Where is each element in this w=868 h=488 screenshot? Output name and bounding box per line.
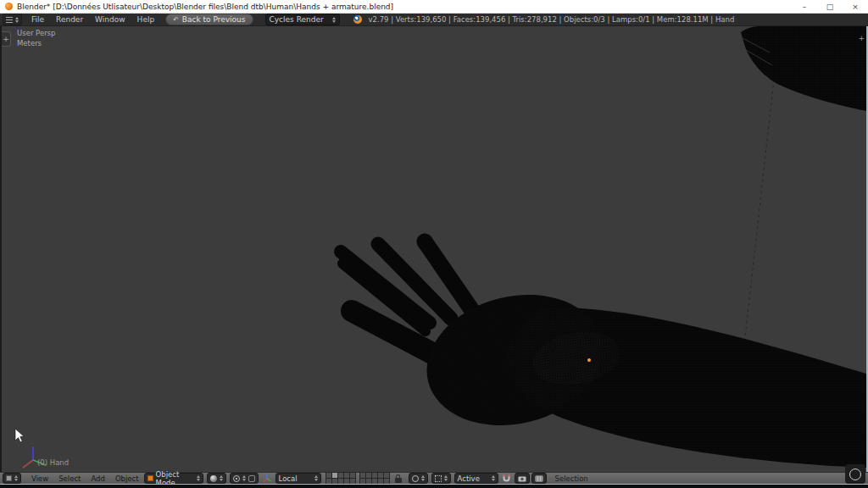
blender-window: Blender* [D:\Données Utlisateur\Desktop\… bbox=[0, 0, 868, 488]
lock-camera-icon[interactable] bbox=[395, 478, 402, 483]
mouse-cursor bbox=[15, 429, 24, 442]
window-controls: – □ × bbox=[792, 0, 868, 13]
toolshelf-expand-tab[interactable]: + bbox=[2, 31, 11, 47]
pivot-point-icon bbox=[233, 475, 240, 482]
pivot-point-select[interactable] bbox=[230, 473, 259, 484]
back-arrow-icon: ↶ bbox=[173, 16, 179, 24]
updown-arrows-icon bbox=[14, 475, 18, 481]
menu-file[interactable]: File bbox=[25, 15, 50, 24]
render-engine-select[interactable]: Cycles Render bbox=[265, 14, 340, 25]
blender-app-icon bbox=[5, 3, 13, 10]
back-button-label: Back to Previous bbox=[182, 15, 246, 24]
editor-type-selector[interactable] bbox=[3, 473, 21, 484]
viewport-header: View Select Add Object Object Mode Local bbox=[0, 472, 868, 484]
snap-element-icon bbox=[435, 475, 442, 482]
shading-sphere-icon bbox=[210, 475, 217, 482]
menu-render[interactable]: Render bbox=[50, 15, 89, 24]
updown-arrows-icon bbox=[444, 475, 448, 481]
menu-view[interactable]: View bbox=[26, 474, 53, 483]
axis-x bbox=[23, 460, 33, 468]
snap-target-value: Active bbox=[458, 474, 489, 483]
selection-label: Selection bbox=[555, 474, 588, 483]
clapper-icon bbox=[535, 475, 543, 482]
viewport-shading-select[interactable] bbox=[207, 473, 226, 484]
view3d-editor-icon bbox=[6, 475, 12, 481]
mini-axis-gizmo bbox=[23, 446, 46, 468]
editor-type-selector[interactable] bbox=[3, 14, 22, 25]
proportional-edit-icon bbox=[412, 475, 419, 482]
maximize-button[interactable]: □ bbox=[817, 0, 843, 13]
menu-object[interactable]: Object bbox=[110, 474, 144, 483]
menu-help[interactable]: Help bbox=[131, 15, 161, 24]
back-to-previous-button[interactable]: ↶ Back to Previous bbox=[165, 14, 253, 25]
viewport-canvas[interactable] bbox=[2, 26, 866, 472]
close-button[interactable]: × bbox=[843, 0, 868, 13]
opengl-render-anim-button[interactable] bbox=[531, 473, 547, 484]
hand-mesh-top-right bbox=[741, 26, 866, 111]
snap-element-select[interactable] bbox=[431, 473, 451, 484]
updown-arrows-icon bbox=[332, 17, 336, 23]
updown-arrows-icon bbox=[15, 17, 19, 23]
hand-mesh-main bbox=[341, 241, 866, 468]
window-title: Blender* [D:\Données Utlisateur\Desktop\… bbox=[17, 3, 393, 11]
layer-grid bbox=[326, 473, 390, 485]
object-origin-dot bbox=[587, 358, 591, 362]
axis-y bbox=[33, 460, 46, 465]
circle-icon bbox=[849, 469, 861, 480]
minimize-button[interactable]: – bbox=[792, 0, 817, 13]
pivot-align-icon bbox=[248, 475, 255, 482]
view-rotate-indicator bbox=[845, 464, 865, 484]
updown-arrows-icon bbox=[421, 475, 425, 481]
title-bar: Blender* [D:\Données Utlisateur\Desktop\… bbox=[0, 0, 868, 14]
updown-arrows-icon bbox=[492, 475, 495, 481]
engine-select-value: Cycles Render bbox=[270, 15, 324, 24]
updown-arrows-icon bbox=[314, 475, 318, 481]
snap-target-select[interactable]: Active bbox=[454, 473, 498, 484]
proportional-edit-select[interactable] bbox=[409, 473, 428, 484]
info-editor-icon bbox=[6, 17, 13, 23]
window-bottom-border bbox=[0, 484, 868, 488]
menu-add[interactable]: Add bbox=[86, 474, 109, 483]
properties-expand-tab[interactable]: + bbox=[858, 34, 865, 42]
scene-statistics: v2.79 | Verts:139,650 | Faces:139,456 | … bbox=[369, 15, 735, 24]
opengl-render-still-button[interactable] bbox=[515, 473, 530, 484]
info-header: File Render Window Help ↶ Back to Previo… bbox=[0, 14, 868, 26]
menu-select[interactable]: Select bbox=[53, 474, 86, 483]
updown-arrows-icon bbox=[242, 475, 246, 481]
transform-orientation-select[interactable]: Local bbox=[275, 473, 321, 484]
updown-arrows-icon bbox=[197, 475, 200, 481]
camera-icon bbox=[518, 475, 526, 482]
snap-magnet-icon[interactable] bbox=[502, 474, 511, 483]
viewport-3d: User Persp Meters (0) Hand + + bbox=[0, 26, 868, 472]
blender-logo-icon bbox=[353, 15, 362, 24]
manipulator-axis-icon[interactable] bbox=[262, 474, 272, 484]
orientation-select-value: Local bbox=[279, 474, 312, 483]
menu-window[interactable]: Window bbox=[89, 15, 131, 24]
object-mode-icon bbox=[147, 475, 153, 481]
mode-select[interactable]: Object Mode bbox=[144, 473, 203, 484]
updown-arrows-icon bbox=[220, 475, 223, 481]
